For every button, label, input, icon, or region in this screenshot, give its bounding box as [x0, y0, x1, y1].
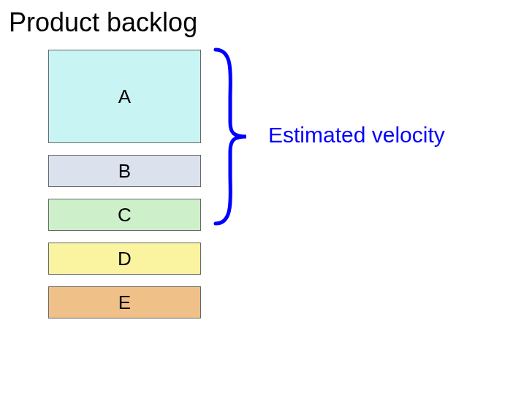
backlog-item-label: E [118, 291, 131, 314]
backlog-item-label: D [118, 248, 132, 270]
backlog-item-a: A [48, 50, 201, 143]
page-title: Product backlog [9, 7, 197, 38]
backlog-item-label: B [118, 160, 131, 183]
velocity-annotation: Estimated velocity [268, 123, 445, 148]
backlog-item-b: B [48, 155, 201, 187]
backlog-item-e: E [48, 286, 201, 318]
brace-icon [208, 44, 259, 229]
backlog-item-label: C [118, 204, 132, 226]
backlog-item-d: D [48, 243, 201, 275]
backlog-item-label: A [118, 85, 131, 108]
backlog-item-c: C [48, 199, 201, 231]
backlog-list: A B C D E [48, 50, 201, 330]
